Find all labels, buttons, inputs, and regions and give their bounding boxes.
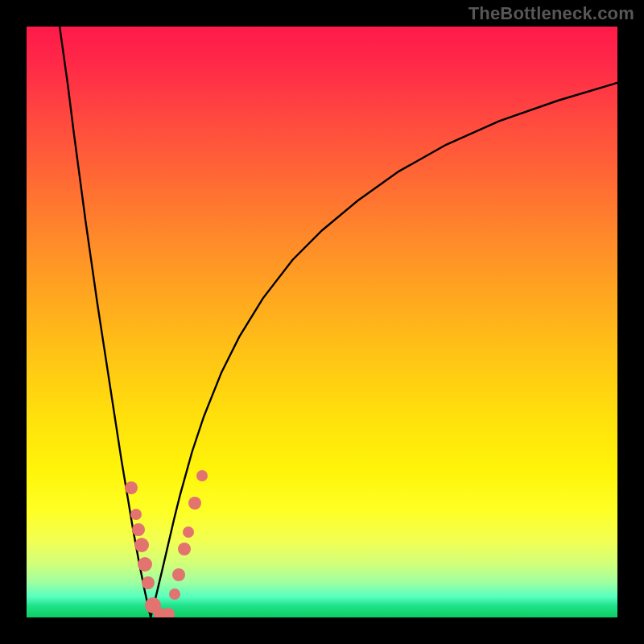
data-bead	[162, 608, 175, 617]
data-bead	[169, 588, 180, 600]
data-bead	[138, 557, 152, 572]
data-bead	[130, 509, 142, 520]
data-bead	[196, 470, 208, 481]
data-bead	[178, 543, 191, 555]
data-bead	[188, 497, 201, 510]
watermark-text: TheBottleneck.com	[469, 3, 634, 24]
curve-svg	[27, 27, 617, 617]
chart-container: TheBottleneck.com	[0, 0, 644, 644]
data-bead	[125, 481, 138, 494]
plot-area	[27, 27, 617, 617]
data-bead	[183, 526, 194, 538]
curve-right	[151, 83, 617, 617]
